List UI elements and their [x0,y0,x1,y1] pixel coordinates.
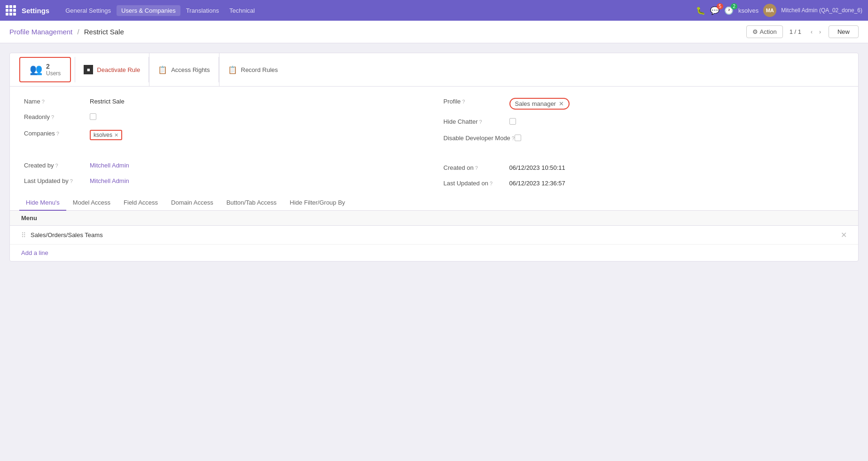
last-updated-by-help-icon[interactable]: ? [70,178,73,184]
last-updated-on-label: Last Updated on ? [444,178,509,187]
chat-icon[interactable]: 💬 5 [710,6,719,15]
users-count: 2 [46,63,61,70]
last-updated-on-field-row: Last Updated on ? 06/12/2023 12:36:57 [444,178,845,187]
company-tag-remove[interactable]: ✕ [114,132,118,138]
last-updated-by-link[interactable]: Mitchell Admin [90,177,129,184]
profile-label: Profile ? [444,96,509,105]
last-updated-by-value: Mitchell Admin [90,175,425,184]
tab-button-tab-access[interactable]: Button/Tab Access [220,195,283,211]
readonly-value [90,111,425,121]
record-rules-icon: 📋 [228,65,237,74]
profile-help-icon[interactable]: ? [462,99,465,104]
activity-icon[interactable]: 🕐 2 [724,6,734,15]
tab-domain-access[interactable]: Domain Access [164,195,220,211]
disable-dev-label: Disable Developer Mode ? [444,133,515,142]
hide-chatter-help-icon[interactable]: ? [479,119,482,125]
avatar-initials: MA [766,8,774,13]
apps-grid-icon[interactable] [6,5,16,16]
profile-tag: Sales manager ✕ [509,98,570,110]
record-card: 👥 2 Users ■ Deactivate Rule 📋 Access Rig… [9,53,859,262]
top-navigation: Settings General Settings Users & Compan… [0,0,868,21]
top-nav-right: 🐛 💬 5 🕐 2 ksolves MA Mitchell Admin (QA_… [696,4,862,17]
breadcrumb: Profile Management / Restrict Sale [9,28,124,36]
companies-help-icon[interactable]: ? [56,131,59,136]
created-by-label: Created by ? [24,160,90,169]
created-by-value: Mitchell Admin [90,160,425,169]
tab-field-access[interactable]: Field Access [117,195,164,211]
readonly-field-row: Readonly ? [24,111,425,121]
prev-arrow[interactable]: ‹ [808,28,815,36]
users-info: 2 Users [46,63,61,77]
created-by-field-row: Created by ? Mitchell Admin [24,160,425,169]
activity-badge: 2 [731,3,737,9]
hide-chatter-field-row: Hide Chatter ? [444,116,845,126]
main-menu: General Settings Users & Companies Trans… [61,5,694,16]
breadcrumb-current: Restrict Sale [84,28,124,36]
access-rights-icon: 📋 [158,65,167,74]
record-rules-button[interactable]: 📋 Record Rules [219,53,287,86]
user-avatar[interactable]: MA [763,4,776,17]
disable-dev-value [515,133,844,143]
drag-handle-icon[interactable]: ⠿ [21,231,26,239]
readonly-checkbox[interactable] [90,113,96,120]
action-button-label: Action [760,28,777,35]
page-header: Profile Management / Restrict Sale ⚙ Act… [0,21,868,43]
name-help-icon[interactable]: ? [42,99,45,104]
new-button[interactable]: New [829,25,859,38]
deactivate-icon: ■ [84,65,93,74]
readonly-help-icon[interactable]: ? [51,114,54,120]
menu-technical[interactable]: Technical [225,5,259,16]
tab-hide-menus[interactable]: Hide Menu's [19,195,66,211]
company-tag: ksolves ✕ [90,130,122,140]
main-content: 👥 2 Users ■ Deactivate Rule 📋 Access Rig… [0,43,868,271]
access-rights-button[interactable]: 📋 Access Rights [149,53,218,86]
created-on-field-row: Created on ? 06/12/2023 10:50:11 [444,162,845,171]
last-updated-on-help-icon[interactable]: ? [490,181,493,186]
menu-users-companies[interactable]: Users & Companies [117,5,180,16]
profile-tag-remove[interactable]: ✕ [559,100,564,107]
chat-badge: 5 [717,3,723,9]
username: ksolves [738,7,759,14]
action-button[interactable]: ⚙ Action [746,25,783,38]
user-display-name: Mitchell Admin (QA_02_done_6) [781,7,862,14]
created-on-help-icon[interactable]: ? [475,165,478,171]
tab-model-access[interactable]: Model Access [66,195,117,211]
row-delete-icon[interactable]: ✕ [841,230,847,239]
tab-hide-filter-group-by[interactable]: Hide Filter/Group By [283,195,352,211]
created-by-help-icon[interactable]: ? [55,163,58,168]
pagination-arrows: ‹ › [808,28,824,36]
pagination-count: 1 / 1 [790,28,801,35]
disable-dev-field-row: Disable Developer Mode ? [444,133,845,143]
row-menu-text: Sales/Orders/Sales Teams [31,231,841,238]
last-updated-by-label: Last Updated by ? [24,175,90,184]
menu-general-settings[interactable]: General Settings [61,5,116,16]
menu-translations[interactable]: Translations [181,5,224,16]
companies-field-row: Companies ? ksolves ✕ [24,128,425,140]
companies-value: ksolves ✕ [90,128,425,140]
next-arrow[interactable]: › [816,28,824,36]
access-rights-label: Access Rights [171,66,210,73]
bug-icon[interactable]: 🐛 [696,6,705,15]
deactivate-rule-button[interactable]: ■ Deactivate Rule [75,53,149,86]
table-row: ⠿ Sales/Orders/Sales Teams ✕ [10,226,858,245]
tabs-bar: Hide Menu's Model Access Field Access Do… [10,195,858,211]
name-value: Restrict Sale [90,96,425,105]
name-label: Name ? [24,96,90,105]
created-by-link[interactable]: Mitchell Admin [90,162,129,169]
profile-value: Sales manager ✕ [509,96,845,110]
form-body: Name ? Restrict Sale Readonly ? [10,87,858,191]
breadcrumb-parent[interactable]: Profile Management [9,28,72,36]
users-label: Users [46,70,61,77]
record-rules-label: Record Rules [241,66,278,73]
add-line-link[interactable]: Add a line [21,249,48,256]
users-icon: 👥 [30,64,42,76]
companies-label: Companies ? [24,128,90,137]
hide-chatter-checkbox[interactable] [509,118,516,125]
record-topbar: 👥 2 Users ■ Deactivate Rule 📋 Access Rig… [10,53,858,87]
last-updated-on-value: 06/12/2023 12:36:57 [509,178,845,187]
disable-dev-checkbox[interactable] [515,135,521,141]
brand-title[interactable]: Settings [22,7,49,15]
users-button[interactable]: 👥 2 Users [19,57,71,82]
breadcrumb-separator: / [77,28,79,36]
profile-field-row: Profile ? Sales manager ✕ [444,96,845,110]
